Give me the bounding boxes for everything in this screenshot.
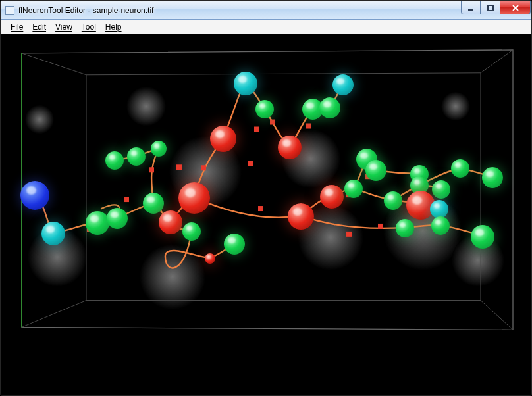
svg-point-7 (281, 129, 340, 188)
neuron-node[interactable] (365, 160, 386, 181)
neuron-node[interactable] (406, 191, 435, 220)
neuron-node[interactable] (344, 180, 363, 198)
svg-rect-24 (149, 167, 154, 172)
svg-point-13 (25, 105, 54, 134)
svg-point-11 (126, 87, 166, 126)
menu-edit[interactable]: Edit (28, 21, 50, 33)
svg-point-6 (383, 191, 462, 270)
caption-buttons (461, 1, 531, 14)
svg-point-12 (441, 92, 470, 121)
svg-rect-29 (270, 120, 275, 125)
neuron-node[interactable] (451, 159, 469, 178)
neuron-node[interactable] (151, 141, 167, 157)
svg-rect-21 (87, 227, 92, 232)
neuron-node[interactable] (107, 208, 128, 229)
svg-point-10 (452, 234, 504, 287)
maximize-button[interactable] (481, 1, 500, 14)
svg-rect-22 (124, 197, 129, 202)
neuron-node[interactable] (159, 210, 182, 234)
close-icon (511, 3, 520, 12)
neuron-node[interactable] (288, 203, 314, 230)
neuron-node[interactable] (127, 147, 146, 166)
neuron-node[interactable] (319, 97, 340, 118)
minimize-button[interactable] (461, 1, 481, 14)
svg-rect-33 (346, 192, 352, 197)
menu-file[interactable]: File (7, 21, 27, 33)
maximize-icon (487, 4, 494, 12)
neuron-node[interactable] (143, 193, 164, 214)
neuron-node[interactable] (356, 149, 377, 170)
svg-rect-26 (201, 165, 206, 170)
neuron-node[interactable] (302, 99, 323, 120)
neuron-branches (1, 34, 531, 395)
window-title: flNeuronTool Editor - sample-neuron.tif (18, 6, 153, 15)
neuron-node[interactable] (432, 180, 450, 199)
svg-rect-35 (346, 232, 352, 237)
menu-view[interactable]: View (51, 21, 76, 33)
svg-point-4 (169, 136, 242, 208)
svg-point-5 (28, 228, 87, 287)
svg-rect-25 (176, 164, 182, 170)
menu-tool[interactable]: Tool (78, 21, 100, 33)
neuron-node[interactable] (234, 72, 257, 95)
svg-rect-28 (254, 126, 259, 132)
neuron-node[interactable] (431, 216, 450, 235)
application-window: flNeuronTool Editor - sample-neuron.tif … (0, 0, 532, 396)
neuron-node[interactable] (210, 126, 236, 152)
neuron-node[interactable] (471, 225, 494, 249)
menu-help[interactable]: Help (101, 21, 126, 33)
svg-rect-34 (365, 174, 371, 179)
svg-rect-27 (248, 161, 253, 166)
neuron-node[interactable] (20, 181, 49, 210)
bounding-box (1, 34, 531, 395)
menubar: File Edit View Tool Help (1, 20, 531, 34)
neuron-node[interactable] (255, 100, 274, 118)
svg-rect-31 (258, 206, 263, 211)
viewport-3d[interactable] (1, 34, 531, 395)
minimize-icon (467, 4, 475, 12)
app-icon (5, 6, 14, 15)
neuron-node[interactable] (430, 200, 448, 218)
neuron-node[interactable] (332, 74, 354, 95)
neuron-nodes (1, 34, 531, 395)
svg-point-9 (140, 244, 205, 310)
titlebar[interactable]: flNeuronTool Editor - sample-neuron.tif (1, 1, 531, 20)
svg-rect-32 (298, 213, 304, 218)
svg-line-20 (22, 301, 86, 328)
svg-rect-36 (378, 224, 383, 229)
neuron-node[interactable] (205, 253, 215, 264)
neuron-node[interactable] (105, 151, 124, 170)
close-button[interactable] (500, 1, 531, 14)
background-glow (1, 34, 531, 395)
neuron-node[interactable] (278, 136, 302, 159)
svg-marker-15 (22, 50, 513, 330)
svg-rect-0 (468, 9, 473, 11)
neuron-node[interactable] (482, 167, 503, 188)
neuron-node[interactable] (178, 182, 210, 214)
neuron-node[interactable] (384, 191, 402, 210)
svg-line-17 (22, 53, 86, 75)
svg-line-18 (481, 50, 513, 73)
neuron-node[interactable] (410, 176, 429, 195)
svg-point-8 (298, 205, 363, 270)
neuron-node[interactable] (320, 185, 344, 209)
svg-rect-1 (488, 5, 493, 11)
svg-rect-23 (147, 199, 153, 205)
neuron-node[interactable] (182, 222, 201, 241)
svg-rect-30 (306, 124, 311, 129)
neuron-node[interactable] (86, 211, 109, 235)
svg-line-19 (481, 301, 513, 330)
neuron-node[interactable] (224, 234, 245, 255)
neuron-node[interactable] (410, 165, 429, 184)
neuron-node[interactable] (41, 222, 65, 245)
svg-marker-14 (86, 73, 481, 301)
neuron-node[interactable] (396, 219, 414, 237)
